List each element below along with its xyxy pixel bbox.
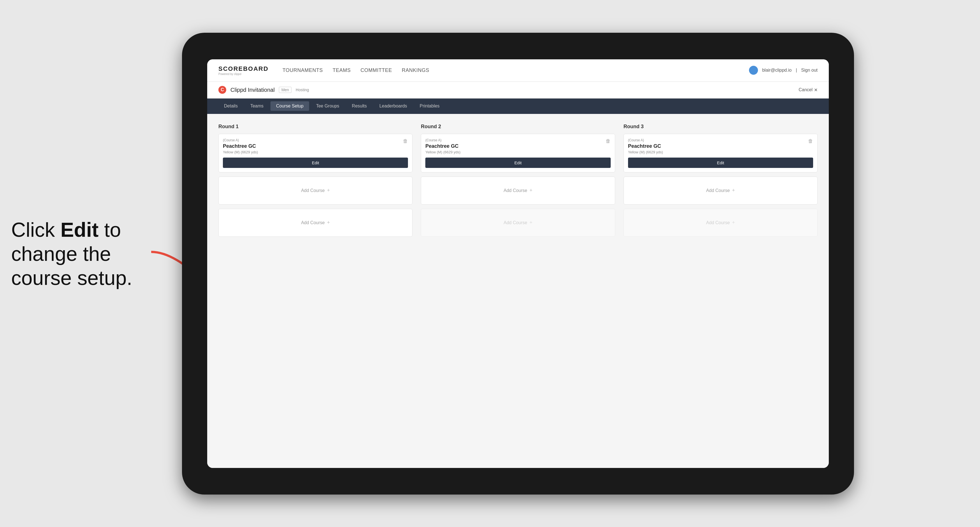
round-3-add-course-1[interactable]: Add Course +: [624, 176, 818, 205]
nav-tournaments[interactable]: TOURNAMENTS: [283, 67, 323, 73]
nav-links: TOURNAMENTS TEAMS COMMITTEE RANKINGS: [283, 67, 429, 73]
cancel-button[interactable]: Cancel ✕: [799, 87, 818, 93]
nav-committee[interactable]: COMMITTEE: [361, 67, 392, 73]
tab-leaderboards[interactable]: Leaderboards: [374, 101, 413, 111]
nav-separator: |: [796, 68, 797, 73]
round-2-edit-button[interactable]: Edit: [425, 157, 610, 168]
tab-printables[interactable]: Printables: [414, 101, 445, 111]
round-3-add-plus-2: +: [732, 220, 735, 225]
logo-title: SCOREBOARD: [218, 65, 269, 73]
cancel-label: Cancel: [799, 87, 813, 92]
main-content: Round 1 (Course A) Peachtree GC Yellow (…: [207, 114, 829, 468]
round-3-title: Round 3: [624, 124, 818, 130]
sign-out-link[interactable]: Sign out: [801, 68, 818, 73]
round-2-course-card: (Course A) Peachtree GC Yellow (M) (6629…: [421, 134, 615, 172]
round-1-course-label: (Course A): [223, 138, 258, 142]
round-2-add-label-2: Add Course: [503, 220, 527, 225]
round-1-column: Round 1 (Course A) Peachtree GC Yellow (…: [218, 124, 412, 241]
user-avatar: [749, 66, 758, 75]
round-3-course-card: (Course A) Peachtree GC Yellow (M) (6629…: [624, 134, 818, 172]
top-nav: SCOREBOARD Powered by clippd TOURNAMENTS…: [207, 59, 829, 82]
sub-header-left: C Clippd Invitational Men Hosting: [218, 86, 309, 94]
round-1-add-plus-2: +: [327, 220, 330, 225]
round-1-add-course-2[interactable]: Add Course +: [218, 209, 412, 237]
round-2-add-plus-1: +: [530, 187, 533, 194]
round-2-column: Round 2 (Course A) Peachtree GC Yellow (…: [421, 124, 615, 241]
scoreboard-logo: SCOREBOARD Powered by clippd: [218, 65, 269, 76]
annotation-bold: Edit: [60, 219, 99, 241]
round-3-add-label-2: Add Course: [706, 220, 730, 225]
round-1-add-course-1[interactable]: Add Course +: [218, 176, 412, 205]
round-1-add-label-1: Add Course: [301, 188, 325, 193]
brand-logo: C: [218, 86, 226, 94]
nav-teams[interactable]: TEAMS: [332, 67, 351, 73]
round-3-delete-icon[interactable]: 🗑: [808, 138, 813, 144]
round-1-course-details: Yellow (M) (6629 yds): [223, 150, 258, 154]
cancel-icon: ✕: [814, 87, 818, 93]
annotation: Click Edit tochange thecourse setup.: [0, 206, 157, 302]
round-1-course-name: Peachtree GC: [223, 143, 258, 149]
tournament-name: Clippd Invitational: [231, 87, 275, 93]
round-1-title: Round 1: [218, 124, 412, 130]
round-3-course-name: Peachtree GC: [628, 143, 663, 149]
round-3-edit-button[interactable]: Edit: [628, 157, 813, 168]
round-1-add-plus-1: +: [327, 187, 330, 194]
tablet-device: SCOREBOARD Powered by clippd TOURNAMENTS…: [182, 33, 854, 495]
round-1-delete-icon[interactable]: 🗑: [403, 138, 408, 144]
round-2-add-plus-2: +: [530, 220, 533, 225]
rounds-grid: Round 1 (Course A) Peachtree GC Yellow (…: [218, 124, 818, 241]
round-2-course-label: (Course A): [425, 138, 460, 142]
tab-results[interactable]: Results: [346, 101, 372, 111]
user-email: blair@clippd.io: [762, 68, 792, 73]
nav-left: SCOREBOARD Powered by clippd TOURNAMENTS…: [218, 65, 429, 76]
brand-letter: C: [221, 87, 224, 92]
round-2-add-label-1: Add Course: [503, 188, 527, 193]
sub-header: C Clippd Invitational Men Hosting Cancel…: [207, 82, 829, 98]
round-1-course-card: (Course A) Peachtree GC Yellow (M) (6629…: [218, 134, 412, 172]
round-3-add-plus-1: +: [732, 187, 735, 194]
round-3-course-label: (Course A): [628, 138, 663, 142]
round-1-edit-button[interactable]: Edit: [223, 157, 408, 168]
tab-course-setup[interactable]: Course Setup: [270, 101, 309, 111]
hosting-label: Hosting: [296, 87, 309, 92]
round-2-add-course-1[interactable]: Add Course +: [421, 176, 615, 205]
round-2-course-details: Yellow (M) (6629 yds): [425, 150, 460, 154]
round-3-column: Round 3 (Course A) Peachtree GC Yellow (…: [624, 124, 818, 241]
round-2-add-course-2: Add Course +: [421, 209, 615, 237]
tab-teams[interactable]: Teams: [245, 101, 269, 111]
tablet-screen: SCOREBOARD Powered by clippd TOURNAMENTS…: [207, 59, 829, 468]
tab-bar: Details Teams Course Setup Tee Groups Re…: [207, 98, 829, 114]
gender-badge: Men: [279, 87, 291, 93]
nav-right: blair@clippd.io | Sign out: [749, 66, 818, 75]
round-2-title: Round 2: [421, 124, 615, 130]
logo-subtitle: Powered by clippd: [218, 73, 269, 76]
tab-tee-groups[interactable]: Tee Groups: [310, 101, 345, 111]
round-3-add-label-1: Add Course: [706, 188, 730, 193]
tab-details[interactable]: Details: [218, 101, 243, 111]
round-3-course-details: Yellow (M) (6629 yds): [628, 150, 663, 154]
round-1-add-label-2: Add Course: [301, 220, 325, 225]
round-2-course-name: Peachtree GC: [425, 143, 460, 149]
round-2-delete-icon[interactable]: 🗑: [606, 138, 611, 144]
round-3-add-course-2: Add Course +: [624, 209, 818, 237]
nav-rankings[interactable]: RANKINGS: [402, 67, 429, 73]
